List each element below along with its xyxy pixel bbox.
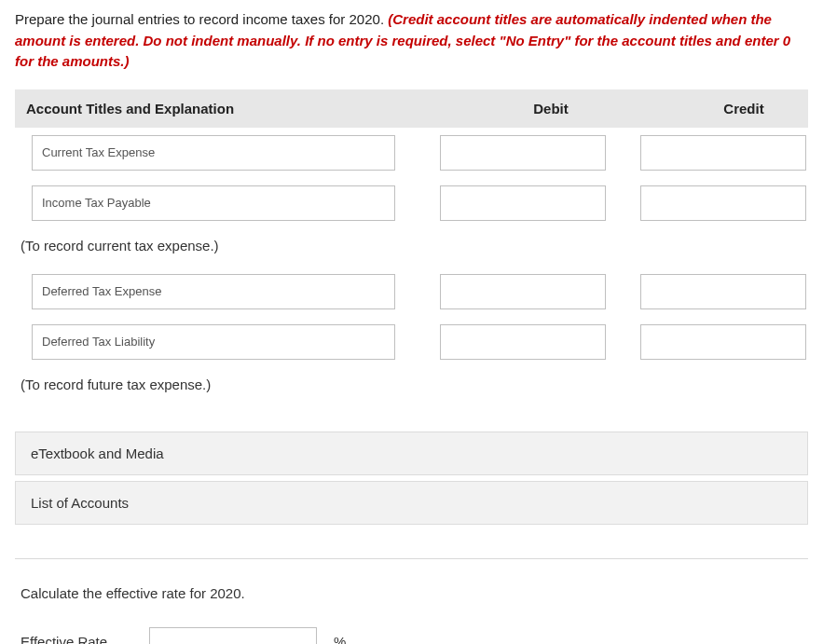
- debit-input[interactable]: [440, 274, 606, 309]
- account-title-input[interactable]: [32, 274, 395, 309]
- accordion-group: eTextbook and Media List of Accounts: [15, 432, 808, 525]
- header-account: Account Titles and Explanation: [15, 101, 444, 116]
- list-of-accounts-button[interactable]: List of Accounts: [15, 481, 808, 525]
- table-row: [15, 267, 808, 317]
- journal-entry-table: Account Titles and Explanation Debit Cre…: [15, 89, 808, 405]
- section-divider: [15, 558, 808, 559]
- credit-input[interactable]: [640, 324, 806, 360]
- header-credit: Credit: [658, 101, 823, 116]
- account-title-input[interactable]: [32, 185, 395, 221]
- debit-input[interactable]: [440, 185, 606, 221]
- effective-rate-section: Calculate the effective rate for 2020. E…: [15, 585, 808, 645]
- table-header-row: Account Titles and Explanation Debit Cre…: [15, 89, 808, 128]
- table-row: [15, 178, 808, 228]
- entry-explanation: (To record current tax expense.): [15, 228, 808, 267]
- account-title-input[interactable]: [32, 135, 395, 171]
- credit-input[interactable]: [640, 274, 806, 309]
- table-row: [15, 317, 808, 367]
- effective-rate-label: Effective Rate: [21, 634, 132, 644]
- credit-input[interactable]: [640, 185, 806, 221]
- credit-input[interactable]: [640, 135, 806, 171]
- debit-input[interactable]: [440, 135, 606, 171]
- percent-symbol: %: [334, 634, 346, 644]
- instruction-text: Prepare the journal entries to record in…: [15, 11, 388, 27]
- effective-rate-row: Effective Rate %: [21, 627, 808, 645]
- header-debit: Debit: [444, 101, 658, 116]
- calc-prompt: Calculate the effective rate for 2020.: [21, 585, 808, 601]
- entry-explanation: (To record future tax expense.): [15, 367, 808, 405]
- etextbook-and-media-button[interactable]: eTextbook and Media: [15, 432, 808, 475]
- question-instruction: Prepare the journal entries to record in…: [15, 9, 808, 73]
- table-row: [15, 128, 808, 178]
- effective-rate-input[interactable]: [149, 627, 317, 645]
- account-title-input[interactable]: [32, 324, 395, 360]
- debit-input[interactable]: [440, 324, 606, 360]
